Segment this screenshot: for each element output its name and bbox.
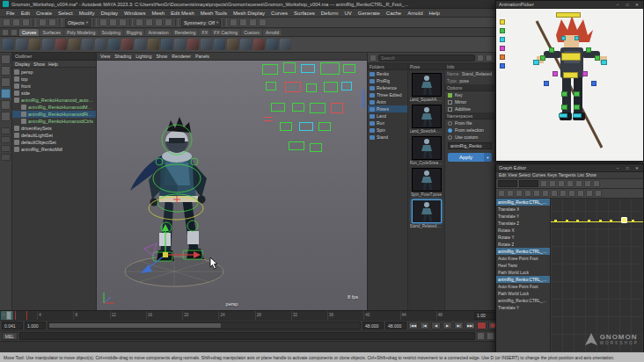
apply-options-button[interactable]: ▾	[484, 153, 492, 162]
close-button[interactable]: ✕	[633, 166, 640, 170]
picker-button[interactable]	[563, 72, 578, 78]
paint-select-tool-icon[interactable]	[1, 77, 11, 87]
stat-value-field[interactable]	[519, 180, 538, 187]
unify-tangents-icon[interactable]	[551, 190, 558, 197]
render-icon[interactable]	[239, 18, 247, 26]
layout-four-pane-icon[interactable]	[1, 136, 11, 143]
insert-keys-icon[interactable]	[507, 190, 514, 197]
radio-icon[interactable]	[448, 128, 452, 133]
namespace-option[interactable]: From selection	[445, 127, 494, 134]
control-curve-box[interactable]	[280, 122, 292, 131]
snap-curve-icon[interactable]	[145, 18, 153, 26]
graph-menu-item[interactable]: Edit	[499, 173, 506, 177]
option-row[interactable]: Mirror	[445, 98, 494, 105]
menu-item[interactable]: Mesh Display	[231, 10, 267, 17]
shelf-icon[interactable]	[95, 39, 106, 50]
plateau-tangent-icon[interactable]	[584, 180, 591, 187]
graph-menu-item[interactable]: List	[577, 173, 583, 177]
folder-item[interactable]: Spin	[368, 127, 407, 134]
picker-button[interactable]	[591, 81, 596, 86]
open-scene-icon[interactable]	[12, 18, 20, 26]
maximize-button[interactable]: □	[624, 166, 631, 170]
current-frame-marker[interactable]	[6, 311, 11, 320]
linear-tangent-icon[interactable]	[558, 180, 565, 187]
picker-button[interactable]	[582, 71, 588, 76]
panel-menu-item[interactable]: Show	[33, 62, 45, 67]
render-settings-icon[interactable]	[259, 18, 267, 26]
graph-menu-item[interactable]: Curves	[532, 173, 545, 177]
layout-single-pane-icon[interactable]	[1, 127, 11, 134]
menu-item[interactable]: Surfaces	[291, 10, 318, 17]
range-slider[interactable]	[48, 322, 361, 329]
help-icon[interactable]	[487, 332, 494, 340]
pose-item[interactable]: Run_CycleSneak.anim	[410, 136, 443, 165]
checkbox-icon[interactable]	[448, 107, 452, 112]
control-curve-box[interactable]	[266, 82, 276, 90]
control-curve-box[interactable]	[271, 103, 285, 112]
channel-row[interactable]: Heel Twist	[496, 262, 550, 269]
current-time-field[interactable]: 1.00	[474, 312, 495, 320]
time-ticks[interactable]: 04812162024283236404448	[1, 311, 472, 320]
menu-item[interactable]: Select	[55, 10, 76, 17]
selection-mode-dropdown[interactable]: Objects ▾	[65, 18, 91, 27]
keyframe[interactable]	[610, 220, 612, 222]
clamped-tangent-icon[interactable]	[549, 180, 556, 187]
outliner-item[interactable]: side	[12, 90, 96, 97]
control-curve-box[interactable]	[331, 103, 343, 113]
shelf-tab[interactable]: Rendering	[172, 29, 199, 36]
shelf-icon[interactable]	[3, 39, 14, 50]
outliner-item[interactable]: persp	[12, 69, 96, 76]
shelf-tab[interactable]: Poly Modeling	[64, 29, 99, 36]
shelf-tab[interactable]: Animation	[145, 29, 171, 36]
flat-tangent-icon[interactable]	[567, 180, 574, 187]
layout-split-pane-icon[interactable]	[1, 145, 11, 152]
picker-button[interactable]	[574, 36, 579, 40]
pose-item[interactable]: Land_SquashA.pose	[410, 73, 443, 102]
picker-canvas[interactable]	[496, 9, 643, 161]
move-keys-icon[interactable]	[498, 190, 505, 197]
auto-tangent-icon[interactable]	[593, 180, 600, 187]
option-row[interactable]: Additive	[445, 105, 494, 112]
panel-menu-item[interactable]: Display	[15, 62, 30, 67]
outliner-item[interactable]: animRig_RenkoHumanoidRig_grp	[12, 111, 96, 118]
transport-button[interactable]: ▶|	[454, 322, 464, 329]
search-input[interactable]	[378, 54, 475, 62]
shelf-icon[interactable]	[280, 39, 291, 50]
animation-curve[interactable]	[551, 221, 643, 222]
free-tangent-weight-icon[interactable]	[560, 190, 567, 197]
outliner-item[interactable]: animRig_RenkoHumanoid_autoRig	[12, 97, 96, 104]
shelf-icon[interactable]	[174, 39, 186, 50]
picker-button[interactable]	[533, 60, 539, 65]
shelf-icon[interactable]	[69, 39, 80, 50]
viewport-menu-item[interactable]: Renderer	[172, 54, 191, 59]
channel-row[interactable]: Path World Lock	[496, 290, 550, 297]
control-curve-box[interactable]	[285, 82, 301, 92]
picker-button[interactable]	[601, 60, 607, 65]
outliner-item[interactable]: defaultLightSet	[12, 132, 96, 139]
select-component-icon[interactable]	[119, 18, 127, 26]
apply-button[interactable]: Apply	[448, 153, 484, 162]
outliner-item[interactable]: animRig_RenkoMdl	[12, 146, 96, 153]
picker-button[interactable]	[561, 91, 567, 97]
outliner-item[interactable]: front	[12, 83, 96, 90]
menu-item[interactable]: Display	[98, 10, 121, 17]
control-curve-box[interactable]	[320, 62, 340, 75]
animation-start-field[interactable]: 0.041	[2, 322, 23, 329]
viewport-menu-item[interactable]: Lighting	[135, 54, 151, 59]
viewport-canvas[interactable]: untitled 8 fps persp	[97, 61, 367, 310]
buffer-curve-icon[interactable]	[577, 190, 584, 197]
shelf-tab[interactable]: FX	[199, 29, 210, 36]
keyframe[interactable]	[554, 220, 557, 222]
pose-item[interactable]: Spin_PoseT.pose	[410, 168, 443, 197]
shelf-icon[interactable]	[135, 39, 146, 50]
folder-item[interactable]: Stand	[368, 134, 407, 141]
construction-history-icon[interactable]	[230, 18, 238, 26]
snap-grid-icon[interactable]	[135, 18, 143, 26]
menu-item[interactable]: Windows	[121, 10, 148, 17]
shelf-icon[interactable]	[227, 39, 238, 50]
menu-item[interactable]: Curves	[268, 10, 290, 17]
command-input[interactable]	[19, 332, 475, 340]
folder-item[interactable]: Anim	[368, 98, 407, 105]
picker-button[interactable]	[574, 105, 580, 110]
shelf-icon[interactable]	[82, 39, 93, 50]
